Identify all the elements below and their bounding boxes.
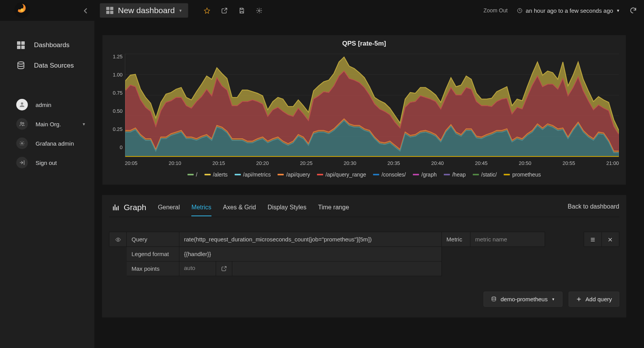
metric-input-cell	[470, 232, 545, 247]
signout-icon	[16, 157, 28, 168]
sidebar-grafana-admin[interactable]: Grafana admin	[0, 134, 94, 153]
plot-area[interactable]	[125, 54, 619, 157]
svg-rect-3	[110, 7, 113, 10]
legend-swatch	[504, 174, 510, 175]
legend-format-label: Legend format	[127, 247, 179, 261]
legend-label: prometheus	[512, 171, 541, 178]
grafana-logo-icon[interactable]	[14, 2, 30, 19]
sidebar-signout[interactable]: Sign out	[0, 153, 94, 172]
editor-tab-time-range[interactable]: Time range	[318, 202, 349, 216]
add-query-button[interactable]: Add query	[569, 292, 619, 307]
y-tick: 0.75	[113, 90, 123, 96]
legend-item[interactable]: /static/	[473, 171, 497, 178]
main-content: QPS [rate-5m] 1.251.000.750.500.250 20:0…	[94, 21, 644, 348]
sidebar-user-admin[interactable]: admin	[0, 95, 94, 114]
save-icon[interactable]	[239, 7, 245, 14]
caret-down-icon: ▼	[616, 8, 620, 13]
x-tick: 20:50	[519, 160, 532, 166]
editor-tab-display-styles[interactable]: Display Styles	[267, 202, 306, 216]
svg-rect-2	[106, 7, 109, 10]
editor-tab-metrics[interactable]: Metrics	[191, 202, 211, 216]
y-tick: 0.25	[113, 126, 123, 132]
topbar: New dashboard ▼ Zoom Out an hour ago to …	[0, 0, 644, 21]
sidebar-item-label: Dashboards	[34, 41, 70, 49]
legend-swatch	[235, 174, 241, 175]
sidebar-item-dashboards[interactable]: Dashboards	[0, 35, 94, 56]
toggle-visibility-icon[interactable]	[109, 232, 127, 247]
editor-tab-general[interactable]: General	[158, 202, 180, 216]
y-tick: 1.00	[113, 72, 123, 78]
back-to-dashboard-link[interactable]: Back to dashboard	[568, 203, 619, 215]
sidebar-org-label: Main Org.	[36, 121, 61, 127]
link-icon[interactable]	[216, 261, 232, 276]
legend-format-input[interactable]	[184, 251, 437, 257]
sidebar-item-datasources[interactable]: Data Sources	[0, 56, 94, 76]
svg-rect-11	[21, 46, 25, 49]
remove-query-icon[interactable]	[601, 232, 619, 247]
legend-item[interactable]: /api/query_range	[317, 171, 366, 178]
svg-point-13	[21, 102, 23, 105]
editor-tab-axes-grid[interactable]: Axes & Grid	[223, 202, 256, 216]
y-tick: 1.25	[113, 54, 123, 59]
svg-rect-10	[17, 46, 20, 49]
x-tick: 21:00	[606, 160, 619, 166]
legend-swatch	[278, 174, 284, 175]
legend-label: /api/metrics	[243, 171, 271, 178]
legend-item[interactable]: /api/metrics	[235, 171, 271, 178]
toolbar-actions	[204, 7, 262, 14]
time-range-picker[interactable]: an hour ago to a few seconds ago ▼	[517, 7, 620, 14]
chart[interactable]: 1.251.000.750.500.250	[109, 54, 619, 157]
legend-item[interactable]: /heap	[444, 171, 466, 178]
sidebar-org-picker[interactable]: Main Org. ▼	[0, 114, 94, 134]
sidebar-user-label: admin	[36, 102, 51, 108]
svg-point-16	[21, 143, 23, 144]
sidebar-signout-label: Sign out	[36, 160, 57, 166]
dashboard-picker[interactable]: New dashboard ▼	[100, 3, 188, 18]
legend-item[interactable]: /api/query	[278, 171, 310, 178]
panel-title: QPS [rate-5m]	[109, 38, 619, 54]
legend-swatch	[373, 174, 379, 175]
sidebar-item-label: Data Sources	[34, 62, 74, 70]
y-axis: 1.251.000.750.500.250	[109, 54, 125, 157]
zoom-out-button[interactable]: Zoom Out	[484, 7, 508, 14]
share-icon[interactable]	[221, 7, 228, 14]
clock-icon	[517, 8, 523, 14]
legend-item[interactable]: /alerts	[204, 171, 228, 178]
legend-label: /api/query	[286, 171, 310, 178]
panel-editor: Graph GeneralMetricsAxes & GridDisplay S…	[102, 195, 626, 317]
legend-item[interactable]: prometheus	[504, 171, 541, 178]
graph-panel: QPS [rate-5m] 1.251.000.750.500.250 20:0…	[102, 35, 626, 185]
refresh-icon[interactable]	[629, 7, 637, 14]
x-tick: 20:05	[125, 160, 138, 166]
max-points-input[interactable]	[184, 265, 211, 271]
query-input-cell	[179, 232, 442, 247]
legend-swatch	[204, 174, 211, 175]
legend-item[interactable]: /graph	[413, 171, 437, 178]
star-icon[interactable]	[204, 7, 210, 14]
sidebar: Dashboards Data Sources admin Main Org. …	[0, 21, 94, 348]
query-input[interactable]	[184, 236, 437, 243]
x-tick: 20:25	[300, 160, 313, 166]
gear-icon[interactable]	[256, 7, 262, 14]
legend-item[interactable]: /consoles/	[373, 171, 406, 178]
query-row: Query Metric	[109, 232, 619, 247]
legend-item[interactable]: /	[187, 171, 198, 178]
max-points-row: Max points	[109, 261, 619, 276]
logo-area	[0, 0, 94, 21]
svg-point-12	[18, 62, 24, 64]
max-points-label: Max points	[127, 261, 179, 276]
legend-label: /graph	[421, 171, 437, 178]
dashboard-title: New dashboard	[118, 6, 175, 15]
legend-label: /consoles/	[382, 171, 406, 178]
gear-icon	[16, 138, 28, 149]
legend-format-row: Legend format	[109, 247, 619, 261]
chart-legend: //alerts/api/metrics/api/query/api/query…	[109, 166, 619, 178]
x-axis: 20:0520:1020:1520:2020:2520:3020:3520:40…	[109, 157, 619, 166]
metric-input[interactable]	[475, 236, 540, 243]
toolbar-right: Zoom Out an hour ago to a few seconds ag…	[484, 7, 637, 14]
x-tick: 20:15	[212, 160, 225, 166]
collapse-nav-icon[interactable]	[81, 5, 90, 15]
query-menu-icon[interactable]	[584, 232, 601, 247]
datasource-picker-button[interactable]: demo-prometheus ▼	[484, 292, 562, 307]
time-range-text: an hour ago to a few seconds ago	[526, 7, 613, 14]
